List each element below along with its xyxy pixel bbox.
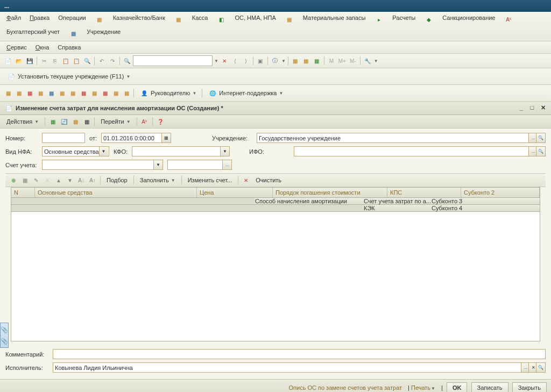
- save-button[interactable]: Записать: [471, 382, 508, 392]
- goto-button[interactable]: Перейти▼: [97, 117, 134, 126]
- change-account-button[interactable]: Изменить счет...: [185, 175, 236, 185]
- set-institution-button[interactable]: 📄 Установить текущее учреждение (F11) ▼: [3, 70, 133, 83]
- col-n[interactable]: N: [11, 188, 35, 197]
- r6-icon[interactable]: ▦: [57, 88, 67, 98]
- mminus-icon[interactable]: M-: [348, 56, 358, 66]
- menu-institution[interactable]: Учреждение: [83, 27, 124, 39]
- side-clips[interactable]: 📎 📎: [0, 323, 9, 348]
- col-os[interactable]: Основные средства: [35, 188, 197, 197]
- menu-cashbox[interactable]: Касса: [189, 13, 211, 25]
- institution-input[interactable]: Государственное учреждение ... 🔍: [257, 133, 546, 143]
- menu-file[interactable]: Файл: [3, 13, 24, 25]
- menu-edit[interactable]: Правка: [26, 13, 53, 25]
- window-icon[interactable]: ▣: [256, 56, 265, 66]
- ok-button[interactable]: OK: [447, 382, 468, 392]
- act-apply-icon[interactable]: ▦: [48, 117, 58, 126]
- sort-desc-icon[interactable]: A↑: [88, 175, 97, 185]
- paste-icon[interactable]: 📋: [61, 56, 70, 66]
- spreadsheet-icon[interactable]: ▦: [312, 56, 322, 66]
- movedown-icon[interactable]: ▼: [65, 175, 75, 185]
- col-sposob[interactable]: Способ начисления амортизации: [255, 198, 364, 204]
- comment-input[interactable]: [53, 349, 546, 359]
- col-kps[interactable]: КПС: [387, 188, 461, 197]
- new-icon[interactable]: 📄: [3, 56, 13, 66]
- col-sub3[interactable]: Субконто 3: [432, 198, 540, 204]
- col-por[interactable]: Порядок погашения стоимости: [273, 188, 387, 197]
- save-icon[interactable]: 💾: [25, 56, 34, 66]
- menu-materials[interactable]: Материальные запасы: [300, 13, 369, 25]
- report-link[interactable]: Опись ОС по замене счетов учета затрат: [288, 384, 402, 391]
- pin2-icon[interactable]: 📎: [1, 338, 8, 345]
- menu-accounting[interactable]: Бухгалтерский учет: [3, 27, 63, 39]
- mplus-icon[interactable]: M+: [337, 56, 347, 66]
- calc-icon2[interactable]: ▦: [291, 56, 300, 66]
- menu-sanction[interactable]: Санкционирование: [439, 13, 498, 25]
- executor-input[interactable]: Ковынева Лидия Ильинична ... ✕ 🔍: [53, 362, 546, 373]
- search-input[interactable]: [133, 55, 213, 66]
- r9-icon[interactable]: ▦: [89, 88, 99, 98]
- vidnfa-drop-icon[interactable]: ▼: [99, 147, 108, 156]
- r5-icon[interactable]: ▦: [46, 88, 56, 98]
- data-grid[interactable]: N Основные средства Цена Порядок погашен…: [11, 187, 540, 341]
- r7-icon[interactable]: ▦: [68, 88, 77, 98]
- edit-row-icon[interactable]: ✎: [31, 175, 41, 185]
- number-input[interactable]: [42, 133, 85, 143]
- r3-icon[interactable]: ▦: [25, 88, 34, 98]
- clear-button[interactable]: Очистить: [252, 175, 285, 185]
- m-icon[interactable]: M: [327, 56, 336, 66]
- ifo-open-icon[interactable]: 🔍: [536, 147, 545, 156]
- prev-icon[interactable]: ⟩: [241, 56, 251, 66]
- account-extra-icon[interactable]: ...: [222, 160, 231, 169]
- maximize-button[interactable]: □: [528, 104, 536, 112]
- add-row-icon[interactable]: ⊕: [9, 175, 18, 185]
- col-sub4[interactable]: Субконто 4: [432, 205, 540, 211]
- r12-icon[interactable]: ▦: [122, 88, 131, 98]
- executor-open-icon[interactable]: 🔍: [536, 363, 545, 372]
- kfo-input[interactable]: ▼: [132, 146, 230, 156]
- info-icon[interactable]: ⓘ: [270, 56, 280, 66]
- act-doc-icon[interactable]: ▦: [70, 117, 80, 126]
- undo-icon[interactable]: ↶: [97, 56, 107, 66]
- minimize-button[interactable]: _: [518, 104, 525, 112]
- copy-icon[interactable]: ⎘: [50, 56, 60, 66]
- next-icon[interactable]: ⟨: [230, 56, 240, 66]
- calendar-icon[interactable]: ▦: [301, 56, 311, 66]
- grid-body[interactable]: [11, 212, 540, 341]
- menu-treasury[interactable]: Казначейство/Банк: [110, 13, 168, 25]
- pick-button[interactable]: Подбор: [103, 175, 131, 185]
- support-button[interactable]: 🌐 Интернет-поддержка▼: [204, 87, 286, 99]
- menu-os[interactable]: ОС, НМА, НПА: [231, 13, 279, 25]
- delete-row-icon[interactable]: ✕: [43, 175, 52, 185]
- menu-service[interactable]: Сервис: [3, 43, 30, 52]
- r11-icon[interactable]: ▦: [111, 88, 121, 98]
- paste2-icon[interactable]: 📋: [72, 56, 81, 66]
- close-doc-button[interactable]: Закрыть: [512, 382, 547, 392]
- find-icon[interactable]: 🔍: [82, 56, 92, 66]
- clear-search-icon[interactable]: ✕: [220, 56, 229, 66]
- menu-help[interactable]: Справка: [54, 43, 84, 52]
- kfo-drop-icon[interactable]: ▼: [220, 147, 229, 156]
- pin-icon[interactable]: 📎: [1, 326, 8, 333]
- print-button[interactable]: Печать▼: [411, 384, 435, 391]
- date-input[interactable]: 01.01.2016 0:00:00 ▦: [101, 133, 171, 143]
- redo-icon[interactable]: ↷: [108, 56, 117, 66]
- fill-button[interactable]: Заполнить▼: [137, 175, 179, 185]
- institution-open-icon[interactable]: 🔍: [536, 133, 545, 142]
- account-drop-icon[interactable]: ▼: [153, 160, 163, 169]
- r2-icon[interactable]: ▦: [14, 88, 24, 98]
- copy-row-icon[interactable]: ▦: [20, 175, 30, 185]
- open-icon[interactable]: 📂: [14, 56, 24, 66]
- act-ak-icon[interactable]: Aᵏ: [140, 117, 150, 126]
- sort-asc-icon[interactable]: A↓: [76, 175, 86, 185]
- menu-operations[interactable]: Операции: [55, 13, 89, 25]
- menu-windows[interactable]: Окна: [32, 43, 53, 52]
- moveup-icon[interactable]: ▲: [54, 175, 63, 185]
- r4-icon[interactable]: ▦: [36, 88, 45, 98]
- account-extra-input[interactable]: ...: [167, 160, 232, 170]
- r1-icon[interactable]: ▦: [3, 88, 13, 98]
- wrench-icon[interactable]: 🔧: [363, 56, 372, 66]
- menu-calc[interactable]: Расчеты: [389, 13, 419, 25]
- search-icon[interactable]: 🔍: [122, 56, 132, 66]
- cut-icon[interactable]: ✂: [39, 56, 49, 66]
- act-refresh-icon[interactable]: 🔄: [59, 117, 69, 126]
